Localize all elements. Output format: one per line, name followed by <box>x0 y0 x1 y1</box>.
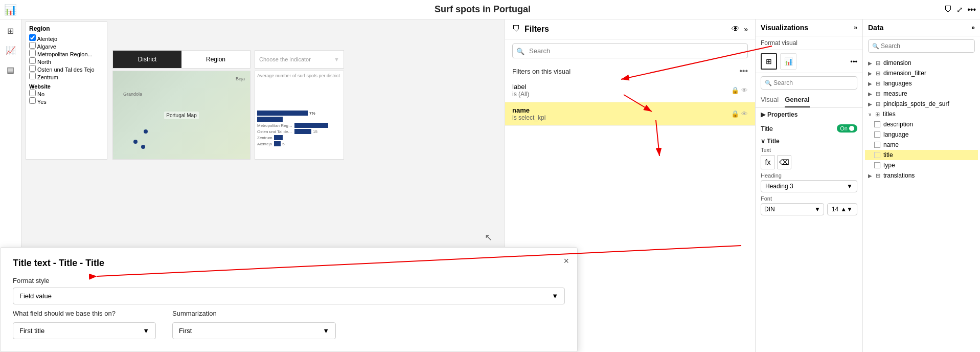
cb-osten[interactable] <box>29 65 36 72</box>
tree-item-dimension[interactable]: ▶ ⊞ dimension <box>865 58 978 68</box>
font-row: DIN ▼ 14 ▲▼ <box>761 203 857 215</box>
filter-search-box[interactable]: 🔍 <box>512 43 748 58</box>
toggle-dot <box>849 126 854 131</box>
tree-item-measure[interactable]: ▶ ⊞ measure <box>865 89 978 99</box>
viz-panel: Visualizations » Format visual ⊞ 📊 ••• 🔍… <box>755 19 862 352</box>
filter-panel-title: Filters <box>525 25 727 34</box>
data-header: Data » <box>863 19 980 36</box>
data-search-box[interactable]: 🔍 <box>868 39 975 53</box>
viz-search-box[interactable]: 🔍 <box>761 76 857 90</box>
filter-expand-icon[interactable]: » <box>744 25 748 33</box>
format-style-label: Format style <box>13 277 565 284</box>
data-expand-icon[interactable]: » <box>971 24 975 31</box>
filter-search-input[interactable] <box>512 43 748 58</box>
cb-no[interactable] <box>29 90 36 96</box>
eye-icon-2: 👁 <box>741 110 748 118</box>
tree-item-languages[interactable]: ▶ ⊞ languages <box>865 78 978 89</box>
viz-search-input[interactable] <box>761 76 857 90</box>
summarization-select[interactable]: First ▼ <box>172 322 336 339</box>
tree-item-language[interactable]: language <box>865 129 978 140</box>
filter-item-label[interactable]: label is (All) 🔒 👁 <box>505 79 755 102</box>
filter-search-icon: 🔍 <box>516 47 525 55</box>
tree-item-dimension-filter[interactable]: ▶ ⊞ dimension_filter <box>865 68 978 78</box>
filter-icon-top[interactable]: ⛉ <box>944 5 952 14</box>
table-icon[interactable]: ▤ <box>2 60 20 79</box>
cb-metro[interactable] <box>29 50 36 56</box>
table-icon-trans: ⊞ <box>874 172 881 179</box>
cb-title[interactable] <box>874 152 880 158</box>
expand-icon[interactable]: ⤢ <box>956 5 963 14</box>
avg-chart: Average number of surf spots per distric… <box>255 71 344 160</box>
data-title: Data <box>868 24 883 32</box>
cb-yes[interactable] <box>29 97 36 104</box>
font-size-chevron: ▲▼ <box>840 206 853 213</box>
viz-expand-icon[interactable]: » <box>854 24 857 31</box>
title-subsection-chevron: ∨ <box>761 138 765 145</box>
district-btn[interactable]: District <box>113 51 181 68</box>
grid-icon[interactable]: ⊞ <box>2 21 20 40</box>
filter-header: ⛉ Filters 👁 » <box>505 19 755 39</box>
indicator-selector[interactable]: Choose the indicator ▼ <box>255 50 344 69</box>
tree-item-pincipais[interactable]: ▶ ⊞ pincipais_spots_de_surf <box>865 99 978 109</box>
table-icon-dim: ⊞ <box>874 59 881 67</box>
field-select[interactable]: First title ▼ <box>13 322 156 339</box>
cb-description[interactable] <box>874 121 880 127</box>
more-options-top[interactable]: ••• <box>967 5 976 14</box>
viz-more-icon[interactable]: ••• <box>850 58 857 65</box>
tree-item-titles[interactable]: ∨ ⊞ titles <box>865 109 978 119</box>
title-subsection-title: ∨ Title <box>761 138 857 145</box>
tree-item-title[interactable]: title <box>865 150 978 160</box>
power-bi-icon: 📊 <box>4 4 17 16</box>
format-style-select[interactable]: Field value ▼ <box>13 288 565 304</box>
report-title: Surf spots in Portugal <box>21 4 944 15</box>
expand-arrow: ▶ <box>868 60 872 66</box>
lock-icon-2: 🔒 <box>731 110 739 118</box>
modal-dialog: Title text - Title - Title × Format styl… <box>0 247 578 352</box>
format-icon-btn[interactable]: ⊞ <box>761 53 777 70</box>
tree-item-translations[interactable]: ▶ ⊞ translations <box>865 170 978 181</box>
modal-close-button[interactable]: × <box>563 256 569 267</box>
cb-alentejo[interactable] <box>29 34 36 41</box>
filter-more-icon[interactable]: ••• <box>739 67 748 76</box>
cb-north[interactable] <box>29 57 36 64</box>
eraser-icon[interactable]: ⌫ <box>777 155 791 169</box>
cb-language[interactable] <box>874 131 880 138</box>
tab-general[interactable]: General <box>785 96 809 107</box>
data-search-icon: 🔍 <box>872 43 879 50</box>
table-icon-titles: ⊞ <box>874 111 881 118</box>
heading-label: Heading <box>761 172 857 179</box>
tree-item-type[interactable]: type <box>865 160 978 170</box>
filter-eye-icon[interactable]: 👁 <box>732 25 740 34</box>
table-icon-measure: ⊞ <box>874 90 881 97</box>
region-btn[interactable]: Region <box>181 51 250 68</box>
cb-name-field[interactable] <box>874 142 880 148</box>
filter-item-name[interactable]: name is select_kpi 🔒 👁 <box>505 102 755 126</box>
data-panel: Data » 🔍 ▶ ⊞ dimension ▶ ⊞ dimension_fil… <box>862 19 980 352</box>
cb-type[interactable] <box>874 162 880 168</box>
viz-header: Visualizations » <box>756 19 862 36</box>
title-toggle[interactable]: On <box>837 124 857 133</box>
properties-section: ▶ Properties <box>756 108 862 121</box>
chart-icon[interactable]: 📈 <box>2 41 20 59</box>
properties-title[interactable]: ▶ Properties <box>761 111 857 118</box>
report-topbar: 📊 Surf spots in Portugal ⛉ ⤢ ••• <box>0 0 980 19</box>
cb-zentrum[interactable] <box>29 73 36 79</box>
heading-select[interactable]: Heading 3 ▼ <box>761 180 857 192</box>
table-icon-pinc: ⊞ <box>874 100 881 107</box>
filter-section-title: Filters on this visual ••• <box>505 62 755 79</box>
tab-visual[interactable]: Visual <box>761 96 779 107</box>
properties-chevron: ▶ <box>761 111 765 118</box>
eye-icon-1: 👁 <box>741 86 748 94</box>
analytics-icon-btn[interactable]: 📊 <box>780 53 796 70</box>
viz-tabs: Visual General <box>756 93 862 108</box>
tree-item-description[interactable]: description <box>865 119 978 129</box>
tree-item-name[interactable]: name <box>865 140 978 150</box>
font-select[interactable]: DIN ▼ <box>761 203 824 215</box>
district-region-selector[interactable]: District Region <box>112 50 250 69</box>
viz-search-icon: 🔍 <box>765 80 772 86</box>
data-search-input[interactable] <box>868 39 975 53</box>
modal-field-row: What field should we base this on? First… <box>13 310 565 339</box>
cb-algarve[interactable] <box>29 42 36 49</box>
font-size-input[interactable]: 14 ▲▼ <box>827 203 857 215</box>
fx-icon[interactable]: fx <box>761 155 775 169</box>
